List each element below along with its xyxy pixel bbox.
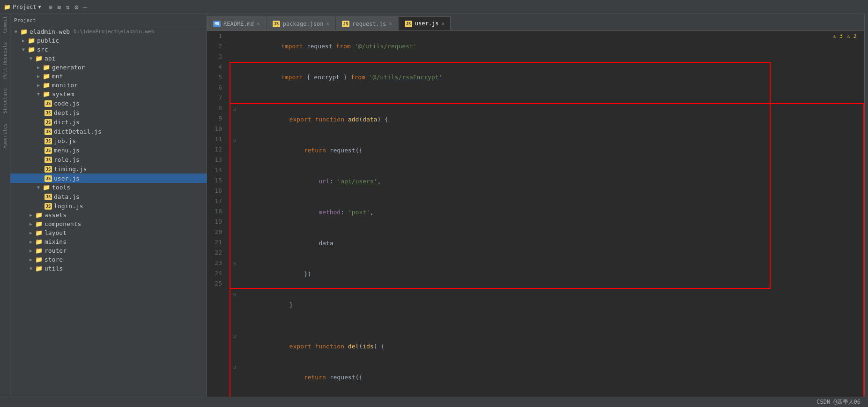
dictdetail-js-label: dictDetail.js	[54, 128, 102, 135]
minimize-icon[interactable]: —	[83, 3, 87, 11]
project-title[interactable]: 📁 Project ▼	[4, 4, 41, 10]
tools-label: tools	[52, 184, 70, 191]
dept-js-icon: JS	[44, 109, 52, 116]
src-label: src	[37, 46, 48, 53]
dept-js-label: dept.js	[54, 109, 80, 116]
system-icon: 📁	[42, 90, 51, 98]
components-icon: 📁	[35, 220, 43, 227]
favorites-tab[interactable]: Favorites	[2, 123, 7, 149]
right-sidebar	[864, 14, 868, 397]
ln-18: 18	[207, 206, 226, 217]
package-close[interactable]: ×	[326, 21, 329, 27]
tab-user[interactable]: JS user.js ×	[399, 16, 451, 30]
tree-mnt[interactable]: ▶ 📁 mnt	[10, 72, 207, 81]
tree-assets[interactable]: ▶ 📁 assets	[10, 211, 207, 219]
user-tab-label: user.js	[415, 20, 439, 27]
timing-js-icon: JS	[44, 165, 52, 173]
tree-layout[interactable]: ▶ 📁 layout	[10, 228, 207, 237]
ln-21: 21	[207, 237, 226, 248]
add-icon[interactable]: ⊕	[49, 3, 52, 11]
tree-timing-js[interactable]: JS timing.js	[10, 164, 207, 173]
layout-label: layout	[45, 229, 67, 236]
fold-4[interactable]: ⊟	[230, 104, 238, 114]
tree-monitor[interactable]: ▶ 📁 monitor	[10, 81, 207, 90]
tree-data-js[interactable]: JS data.js	[10, 192, 207, 201]
settings-icon[interactable]: ⚙	[74, 3, 78, 11]
tab-package[interactable]: JS package.json ×	[267, 16, 335, 30]
tree-dict-js[interactable]: JS dict.js	[10, 117, 207, 127]
ln-22: 22	[207, 248, 226, 258]
router-icon: 📁	[35, 247, 43, 254]
code-line-7: method: 'post',	[230, 197, 863, 228]
tree-public[interactable]: ▶ 📁 public	[10, 36, 207, 45]
pull-requests-tab[interactable]: Pull Requests	[2, 42, 7, 79]
structure-tab[interactable]: Structure	[2, 88, 7, 113]
tree-store[interactable]: ▶ 📁 store	[10, 255, 207, 264]
ln-6: 6	[207, 83, 226, 93]
request-icon: JS	[342, 20, 349, 27]
user-close[interactable]: ×	[441, 21, 445, 27]
expand-icon[interactable]: ⇅	[66, 3, 69, 11]
tree-components[interactable]: ▶ 📁 components	[10, 219, 207, 228]
public-label: public	[37, 37, 59, 44]
src-arrow: ▼	[20, 47, 27, 52]
request-close[interactable]: ×	[389, 21, 392, 27]
code-text-1: import request from '@/utils/request'	[237, 31, 864, 62]
tree-api[interactable]: ▼ 📁 api	[10, 54, 207, 63]
tab-request[interactable]: JS request.js ×	[336, 16, 398, 30]
root-arrow: ▼	[12, 29, 20, 34]
code-line-1: import request from '@/utils/request'	[230, 31, 864, 62]
tree-generator[interactable]: ▶ 📁 generator	[10, 63, 207, 72]
tree-code-js[interactable]: JS code.js	[10, 98, 207, 108]
fold-10[interactable]: ⊟	[230, 290, 238, 300]
utils-label: utils	[45, 265, 63, 272]
dict-js-icon: JS	[44, 118, 52, 126]
code-line-2: import { encrypt } from '@/utils/rsaEncr…	[230, 62, 864, 93]
tree-root[interactable]: ▼ 📁 eladmin-web D:\ideaProject\eladmin-w…	[10, 27, 207, 36]
tree-user-js[interactable]: JS user.js	[10, 173, 207, 183]
system-label: system	[52, 90, 74, 98]
fold-12[interactable]: ⊟	[230, 331, 238, 341]
ln-1: 1	[207, 31, 226, 41]
ln-10: 10	[207, 124, 226, 134]
tree-utils[interactable]: ▼ 📁 utils	[10, 264, 207, 273]
commit-tab[interactable]: Commit	[2, 16, 7, 33]
layout-arrow: ▶	[27, 230, 35, 235]
tree-mixins[interactable]: ▶ 📁 mixins	[10, 237, 207, 246]
ln-11: 11	[207, 134, 226, 144]
toolbar-icons: ⊕ ≡ ⇅ ⚙ —	[49, 3, 87, 11]
code-line-13: ⊟ return request({	[230, 362, 863, 393]
timing-js-label: timing.js	[54, 166, 87, 173]
readme-close[interactable]: ×	[257, 21, 260, 27]
fold-13[interactable]: ⊟	[230, 362, 238, 372]
file-tree[interactable]: ▼ 📁 eladmin-web D:\ideaProject\eladmin-w…	[10, 27, 207, 397]
list-icon[interactable]: ≡	[57, 3, 61, 11]
code-text-5: return request({	[238, 135, 863, 166]
tab-readme[interactable]: MD README.md ×	[207, 16, 266, 30]
tree-src[interactable]: ▼ 📁 src	[10, 45, 207, 54]
tree-dept-js[interactable]: JS dept.js	[10, 108, 207, 117]
fold-9[interactable]: ⊟	[230, 259, 238, 269]
package-label: package.json	[283, 21, 324, 27]
tree-role-js[interactable]: JS role.js	[10, 155, 207, 164]
job-js-label: job.js	[54, 137, 76, 144]
fold-5[interactable]: ⊟	[230, 135, 238, 145]
tree-tools[interactable]: ▼ 📁 tools	[10, 183, 207, 192]
editor-content: ⚠ 3 ⚠ 2 1 2 3 4 5 6 7 8 9 10 11 12 13 14…	[207, 31, 864, 397]
tree-dictdetail-js[interactable]: JS dictDetail.js	[10, 127, 207, 136]
public-icon: 📁	[27, 37, 36, 44]
tree-router[interactable]: ▶ 📁 router	[10, 246, 207, 255]
ln-4: 4	[207, 62, 226, 72]
code-text-11	[238, 321, 863, 331]
tree-system[interactable]: ▼ 📁 system	[10, 90, 207, 98]
code-line-11	[230, 321, 863, 331]
code-area[interactable]: import request from '@/utils/request' im…	[230, 31, 864, 397]
code-line-12: ⊟ export function del(ids) {	[230, 331, 863, 362]
tree-menu-js[interactable]: JS menu.js	[10, 145, 207, 155]
api-label: api	[45, 55, 55, 62]
tree-job-js[interactable]: JS job.js	[10, 136, 207, 145]
line-numbers: 1 2 3 4 5 6 7 8 9 10 11 12 13 14 15 16 1…	[207, 31, 230, 397]
user-js-label: user.js	[54, 175, 80, 182]
job-js-icon: JS	[44, 137, 52, 144]
tree-login-js[interactable]: JS login.js	[10, 201, 207, 211]
